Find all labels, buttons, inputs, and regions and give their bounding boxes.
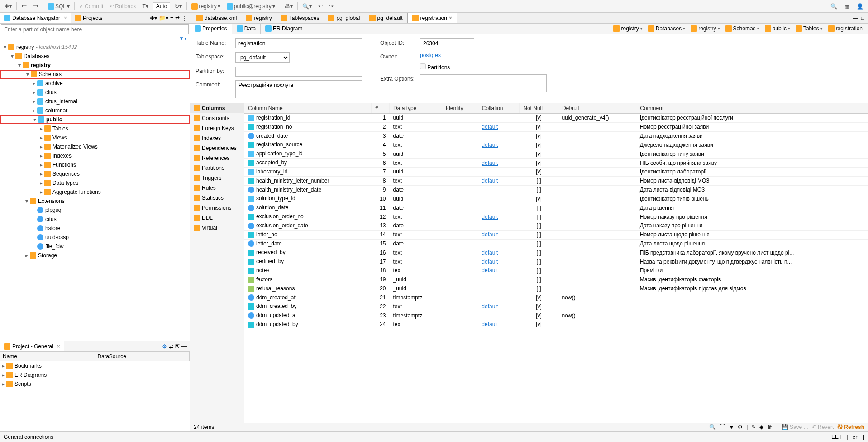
- column-header[interactable]: Collation: [478, 103, 519, 114]
- column-row[interactable]: factors 19 _uuid [ ] Масив ідентифікатор…: [244, 275, 868, 284]
- column-header[interactable]: Comment: [636, 103, 868, 114]
- datasource-combo[interactable]: registry ▾: [190, 2, 222, 10]
- editor-tab[interactable]: pg_default: [365, 13, 407, 23]
- collation-link[interactable]: default: [482, 303, 498, 310]
- edit-icon[interactable]: ✎: [751, 424, 756, 430]
- column-row[interactable]: created_date 3 date [v] Дата надходження…: [244, 131, 868, 140]
- commit-button[interactable]: ✓ Commit: [77, 2, 105, 10]
- tree-folder[interactable]: ▸Indexes: [0, 151, 190, 160]
- collation-link[interactable]: default: [482, 259, 498, 265]
- column-header[interactable]: Column Name: [244, 103, 372, 114]
- delete-icon[interactable]: 🗑: [767, 424, 773, 430]
- search-icon[interactable]: 🔍▾: [300, 2, 314, 10]
- column-header[interactable]: Not Null: [520, 103, 558, 114]
- tree-schema[interactable]: ▸archive: [0, 79, 190, 88]
- close-icon[interactable]: ×: [449, 15, 452, 21]
- column-row[interactable]: notes 18 text default [ ] Примітки: [244, 266, 868, 275]
- collapse-icon[interactable]: =: [170, 15, 173, 21]
- column-row[interactable]: health_ministry_letter_date 9 date [ ] Д…: [244, 185, 868, 194]
- tree-connection[interactable]: ▾registry - localhost:15432: [0, 43, 190, 52]
- side-tab-references[interactable]: References: [190, 153, 244, 163]
- tree-folder[interactable]: ▸Views: [0, 133, 190, 142]
- tab-er-diagram[interactable]: ER Diagram: [261, 24, 307, 34]
- min-icon[interactable]: —: [181, 343, 187, 350]
- editor-tab[interactable]: registry: [241, 13, 276, 23]
- collation-link[interactable]: default: [482, 267, 498, 274]
- tree-schema[interactable]: ▸citus_internal: [0, 97, 190, 106]
- tree-schemas[interactable]: ▾Schemas: [0, 70, 190, 79]
- project-item[interactable]: ▸Bookmarks: [0, 361, 190, 370]
- collation-link[interactable]: default: [482, 160, 498, 166]
- owner-link[interactable]: postgres: [420, 52, 441, 58]
- tree-database[interactable]: ▾registry: [0, 61, 190, 70]
- tab-projects[interactable]: Projects: [71, 13, 106, 23]
- filter-icon[interactable]: ▼: [729, 424, 734, 430]
- column-row[interactable]: registration_source 4 text default [v] Д…: [244, 140, 868, 149]
- close-icon[interactable]: ×: [57, 343, 60, 350]
- side-tab-foreign-keys[interactable]: Foreign Keys: [190, 123, 244, 133]
- editor-tab[interactable]: registration×: [407, 13, 457, 23]
- navigator-search-input[interactable]: [1, 24, 189, 34]
- object-id-input[interactable]: [420, 38, 474, 48]
- user-icon[interactable]: 👤: [855, 2, 865, 10]
- side-tab-triggers[interactable]: Triggers: [190, 173, 244, 183]
- commit-mode-combo[interactable]: Auto: [153, 2, 171, 10]
- tree-schema[interactable]: ▸columnar: [0, 106, 190, 115]
- editor-tab[interactable]: database.xml: [192, 13, 241, 23]
- maximize-icon[interactable]: □: [861, 15, 864, 21]
- link-icon[interactable]: ⇄: [169, 343, 173, 350]
- tab-data[interactable]: Data: [232, 24, 261, 34]
- collation-link[interactable]: default: [482, 250, 498, 256]
- collation-link[interactable]: default: [482, 124, 498, 130]
- tree-extension[interactable]: citus: [0, 215, 190, 224]
- side-tab-partitions[interactable]: Partitions: [190, 163, 244, 173]
- column-row[interactable]: application_type_id 5 uuid [v] Ідентифік…: [244, 149, 868, 159]
- redo-icon[interactable]: ↷: [327, 2, 335, 10]
- collation-link[interactable]: default: [482, 142, 498, 148]
- column-row[interactable]: solution_date 11 date [ ] Дата рішення: [244, 203, 868, 212]
- breadcrumb-item[interactable]: Tables▾: [794, 24, 825, 33]
- column-row[interactable]: letter_date 15 date [ ] Дата листа щодо …: [244, 239, 868, 248]
- sql-button[interactable]: SQL ▾: [46, 2, 72, 10]
- comment-input[interactable]: Реєстраційна послуга: [235, 80, 362, 98]
- column-row[interactable]: registration_no 2 text default [v] Номер…: [244, 122, 868, 131]
- editor-tab[interactable]: Tablespaces: [277, 13, 324, 23]
- tree-extension[interactable]: uuid-ossp: [0, 233, 190, 242]
- filter-icon[interactable]: ▼▾: [179, 35, 187, 42]
- breadcrumb-item[interactable]: public▾: [763, 24, 792, 33]
- partitions-checkbox[interactable]: Partitions: [420, 63, 450, 71]
- tree-extensions[interactable]: ▾Extensions: [0, 197, 190, 206]
- tree-databases[interactable]: ▾Databases: [0, 52, 190, 61]
- print-icon[interactable]: 🖶▾: [283, 2, 295, 10]
- column-header[interactable]: #: [372, 103, 390, 114]
- schema-combo[interactable]: public@registry ▾: [225, 2, 277, 10]
- side-tab-columns[interactable]: Columns: [190, 103, 244, 113]
- column-row[interactable]: refusal_reasons 20 _uuid [ ] Масив ідент…: [244, 284, 868, 293]
- column-row[interactable]: exclusion_order_date 13 date [ ] Дата на…: [244, 221, 868, 230]
- tree-folder[interactable]: ▸Aggregate functions: [0, 187, 190, 197]
- tree-extension[interactable]: plpgsql: [0, 206, 190, 215]
- close-icon[interactable]: ×: [64, 15, 67, 21]
- revert-button[interactable]: ↶ Revert: [812, 424, 834, 430]
- tree-storage[interactable]: ▸Storage: [0, 251, 190, 260]
- side-tab-constraints[interactable]: Constraints: [190, 113, 244, 123]
- column-header[interactable]: Identity: [442, 103, 478, 114]
- breadcrumb-item[interactable]: Schemas▾: [724, 24, 761, 33]
- breadcrumb-item[interactable]: registry▾: [611, 24, 644, 33]
- refresh-button[interactable]: 🗘 Refresh: [837, 424, 864, 430]
- tree-schema-public[interactable]: ▾public: [0, 115, 190, 124]
- side-tab-ddl[interactable]: DDL: [190, 213, 244, 223]
- side-tab-dependencies[interactable]: Dependencies: [190, 143, 244, 153]
- column-row[interactable]: ddm_created_by 22 text default [v]: [244, 302, 868, 311]
- tree-folder[interactable]: ▸Data types: [0, 178, 190, 187]
- add-icon[interactable]: ◆: [759, 424, 763, 430]
- tree-folder[interactable]: ▸Materialized Views: [0, 142, 190, 151]
- tablespace-select[interactable]: pg_default: [235, 52, 290, 63]
- extra-options-input[interactable]: [420, 74, 547, 92]
- tree-folder[interactable]: ▸Tables: [0, 124, 190, 133]
- gear-icon[interactable]: ⚙: [738, 424, 743, 430]
- tree-folder[interactable]: ▸Functions: [0, 160, 190, 169]
- collapse-icon[interactable]: ⇱: [175, 343, 180, 350]
- new-connection-icon[interactable]: ✚▾: [3, 2, 14, 10]
- link-icon[interactable]: ⇄: [175, 15, 180, 21]
